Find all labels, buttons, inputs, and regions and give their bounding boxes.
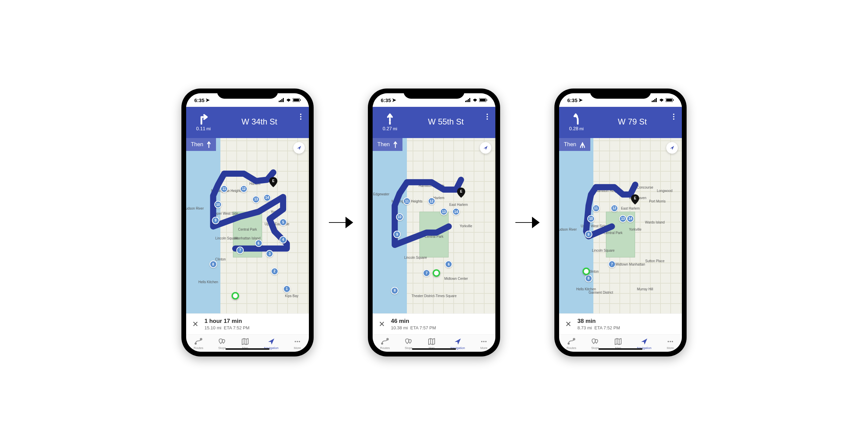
- street-name: W 34th St: [215, 117, 303, 127]
- route-stop-14[interactable]: 14: [627, 215, 634, 222]
- close-button[interactable]: ✕: [564, 318, 573, 330]
- nav-stops[interactable]: Stops: [591, 337, 599, 350]
- compass-button[interactable]: [480, 142, 491, 154]
- location-icon: ➤: [392, 97, 396, 103]
- route-stop-6[interactable]: 6: [445, 260, 452, 268]
- map-label: Hamilton Heights: [419, 183, 445, 187]
- route-stop-12[interactable]: 12: [240, 185, 248, 193]
- nav-map[interactable]: Map: [428, 337, 436, 350]
- current-location[interactable]: [433, 269, 440, 277]
- route-stop-9[interactable]: 9: [585, 231, 592, 238]
- svg-point-23: [481, 341, 482, 342]
- close-button[interactable]: ✕: [191, 318, 200, 330]
- more-icon: [293, 337, 301, 346]
- trip-summary: ✕ 38 min 8.73 mi ETA 7:52 PM: [559, 313, 682, 334]
- trip-eta: ETA 7:52 PM: [224, 325, 250, 330]
- route-stop-7[interactable]: 7: [236, 247, 244, 254]
- nav-more[interactable]: More: [666, 337, 674, 350]
- nav-routes[interactable]: Routes: [567, 337, 576, 350]
- route-stop-10[interactable]: 10: [396, 213, 403, 221]
- route-stop-14[interactable]: 14: [452, 208, 460, 215]
- svg-point-10: [295, 341, 296, 342]
- route-stop-3[interactable]: 3: [266, 250, 273, 257]
- route-stop-10[interactable]: 10: [214, 201, 222, 208]
- compass-button[interactable]: [666, 142, 678, 154]
- map-label: Harlem: [433, 196, 444, 199]
- route-stop-2[interactable]: 2: [271, 268, 278, 275]
- navigation-header: 0.28mi W 79 St: [559, 107, 682, 138]
- nav-nav[interactable]: Navigation: [637, 337, 652, 350]
- nav-routes[interactable]: Routes: [194, 337, 203, 350]
- arrow-icon: [327, 212, 354, 233]
- home-indicator[interactable]: [225, 348, 270, 350]
- map-view[interactable]: Then Hamilton HeightsConcourseMott Haven…: [559, 138, 682, 313]
- nav-more[interactable]: More: [293, 337, 301, 350]
- map-label: Upper West Side: [213, 212, 238, 215]
- map-view[interactable]: Then Morningside HeightsHarlemUpper West…: [186, 138, 309, 313]
- nav-more[interactable]: More: [480, 337, 488, 350]
- nav-map[interactable]: Map: [614, 337, 622, 350]
- route-stop-7[interactable]: 7: [423, 269, 430, 277]
- trip-miles: 8.73 mi: [577, 325, 592, 330]
- map-label: Concourse: [637, 185, 653, 189]
- battery-icon: [666, 98, 674, 102]
- end-pin[interactable]: E: [631, 194, 639, 205]
- route-stop-9[interactable]: 9: [393, 231, 401, 238]
- trip-time: 46 min: [391, 318, 436, 325]
- nav-stops[interactable]: Stops: [405, 337, 413, 350]
- map-label: East Harlem: [449, 203, 468, 207]
- menu-button[interactable]: [298, 112, 303, 122]
- route-stop-13[interactable]: 13: [619, 215, 627, 222]
- route-stop-11[interactable]: 11: [403, 197, 411, 205]
- status-time: 6:35: [567, 97, 577, 103]
- route-stop-14[interactable]: 14: [263, 194, 271, 201]
- current-location[interactable]: [232, 292, 239, 299]
- map-label: Central Park: [238, 227, 257, 231]
- route-stop-12[interactable]: 12: [428, 197, 435, 205]
- map-label: Yorkville: [271, 210, 283, 214]
- route-stop-10[interactable]: 10: [587, 215, 595, 222]
- route-stop-13[interactable]: 13: [440, 208, 448, 215]
- route-stop-12[interactable]: 12: [611, 205, 618, 212]
- routes-icon: [194, 337, 202, 346]
- svg-rect-28: [654, 99, 655, 102]
- route-stop-8[interactable]: 8: [391, 287, 398, 294]
- map-label: Hells Kitchen: [576, 287, 596, 291]
- map-icon: [241, 337, 249, 346]
- close-button[interactable]: ✕: [377, 318, 386, 330]
- nav-icon: [454, 337, 462, 346]
- route-stop-13[interactable]: 13: [252, 196, 260, 203]
- route-stop-6[interactable]: 6: [255, 239, 262, 247]
- route-stop-8[interactable]: 8: [585, 275, 592, 282]
- battery-icon: [293, 98, 301, 102]
- compass-button[interactable]: [293, 142, 305, 154]
- home-indicator[interactable]: [598, 348, 643, 350]
- then-indicator[interactable]: Then: [186, 138, 216, 151]
- route-stop-5[interactable]: 5: [279, 218, 287, 226]
- route-stop-7[interactable]: 7: [608, 260, 616, 268]
- nav-routes[interactable]: Routes: [380, 337, 390, 350]
- end-pin[interactable]: E: [269, 177, 277, 187]
- then-indicator[interactable]: Then: [373, 138, 402, 151]
- nav-map[interactable]: Map: [241, 337, 249, 350]
- stops-icon: [218, 337, 226, 346]
- route-stop-8[interactable]: 8: [210, 260, 217, 268]
- map-view[interactable]: Then Hamilton HeightsMorningside Heights…: [373, 138, 495, 313]
- current-location[interactable]: [583, 268, 590, 275]
- nav-nav[interactable]: Navigation: [451, 337, 465, 350]
- nav-stops[interactable]: Stops: [218, 337, 226, 350]
- nav-nav[interactable]: Navigation: [264, 337, 279, 350]
- route-stop-11[interactable]: 11: [220, 185, 228, 193]
- home-indicator[interactable]: [412, 348, 456, 350]
- route-stop-11[interactable]: 11: [592, 205, 600, 212]
- end-pin[interactable]: E: [457, 188, 465, 198]
- menu-button[interactable]: [671, 112, 676, 122]
- route-stop-9[interactable]: 9: [212, 217, 219, 224]
- map-label: Yorkville: [629, 227, 642, 231]
- then-indicator[interactable]: Then: [559, 138, 590, 151]
- route-stop-4[interactable]: 4: [279, 236, 287, 244]
- svg-point-12: [299, 341, 300, 342]
- map-label: Manhattan Island: [235, 236, 261, 240]
- menu-button[interactable]: [485, 112, 490, 122]
- route-stop-1[interactable]: 1: [283, 285, 291, 293]
